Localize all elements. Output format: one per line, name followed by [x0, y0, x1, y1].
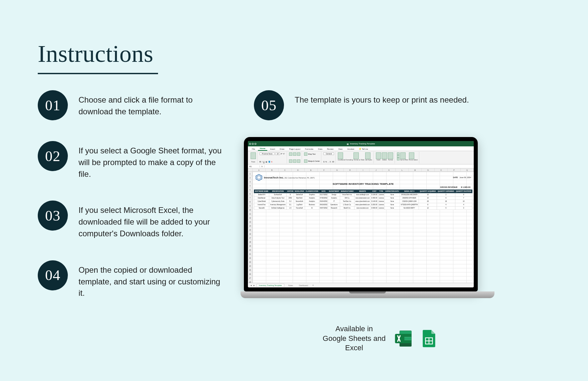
sheet-nav-icon[interactable]: ◂ — [251, 284, 252, 286]
table-cell[interactable]: Data Analytics Tool — [269, 197, 287, 200]
col-hdr[interactable]: B — [266, 168, 279, 171]
row-hdr[interactable]: 12 — [248, 216, 252, 220]
col-hdr[interactable]: E — [305, 168, 318, 171]
row-hdr[interactable]: 20 — [248, 248, 252, 252]
table-cell[interactable]: 7 — [455, 197, 472, 200]
table-cell[interactable]: $ 599.00 — [371, 207, 378, 210]
table-cell[interactable]: www.datamaster.com — [354, 197, 371, 200]
tab-data[interactable]: Data — [316, 147, 324, 151]
table-cell[interactable]: Analytics — [305, 200, 319, 203]
sheet-tab-active[interactable]: Inventory Tracking Template — [257, 284, 284, 287]
table-cell[interactable]: License — [378, 200, 385, 203]
table-cell[interactable]: NeuralAI — [254, 207, 269, 210]
table-cell[interactable]: MedAI Inc. — [340, 207, 354, 210]
font-size-combo[interactable]: 10 — [275, 152, 280, 155]
row-hdr[interactable]: 26 — [248, 272, 252, 276]
col-hdr[interactable]: J — [370, 168, 383, 171]
table-cell[interactable]: Design — [328, 193, 340, 197]
format-as-table-icon[interactable] — [353, 152, 359, 159]
table-cell[interactable]: 3 — [455, 207, 472, 210]
row-hdr[interactable]: 11 — [248, 212, 252, 216]
table-cell[interactable]: AI — [305, 207, 319, 210]
decrease-font-icon[interactable]: A˅ — [283, 153, 285, 155]
row-hdr[interactable]: 23 — [248, 260, 252, 264]
table-cell[interactable]: 04/07/2052 — [319, 207, 328, 210]
col-hdr[interactable]: N — [422, 168, 435, 171]
table-cell[interactable]: Graphics — [305, 193, 319, 197]
row-hdr[interactable]: 21 — [248, 252, 252, 256]
table-cell[interactable]: DM Co. — [340, 197, 354, 200]
table-cell[interactable]: Analytics — [305, 197, 319, 200]
table-cell[interactable]: 1.5 — [287, 207, 294, 210]
tab-draw[interactable]: Draw — [278, 147, 286, 151]
table-cell[interactable]: TechSec Inc. — [340, 200, 354, 203]
table-cell[interactable]: None — [385, 203, 400, 207]
table-cell[interactable]: www.neuralai.com — [354, 207, 371, 210]
table-cell[interactable]: 3.1 — [287, 203, 294, 207]
col-hdr[interactable]: F — [318, 168, 331, 171]
underline-button[interactable]: U — [263, 161, 265, 163]
merge-icon[interactable] — [304, 159, 307, 163]
bold-button[interactable]: B — [260, 161, 261, 163]
table-cell[interactable]: 12 — [419, 207, 437, 210]
table-cell[interactable]: NLAI2023-9087Y — [400, 207, 419, 210]
cell-styles-icon[interactable] — [365, 152, 371, 159]
table-cell[interactable]: 15 — [419, 197, 437, 200]
align-icon[interactable] — [289, 152, 292, 156]
col-hdr[interactable]: A — [253, 168, 266, 171]
row-hdr[interactable]: 19 — [248, 244, 252, 248]
table-cell[interactable]: 2053 — [287, 197, 294, 200]
row-hdr[interactable]: 10 — [248, 208, 252, 212]
table-cell[interactable]: ByteTech — [294, 197, 305, 200]
align-icon[interactable] — [297, 152, 300, 156]
table-cell[interactable]: License — [378, 193, 385, 197]
font-name-combo[interactable]: Proxima Nova — [260, 152, 275, 155]
table-cell[interactable]: 07/30/2052 — [319, 197, 328, 200]
table-cell[interactable]: $ 499.00 — [371, 197, 378, 200]
col-hdr[interactable]: O — [435, 168, 448, 171]
table-cell[interactable]: Inventory Management — [269, 203, 287, 207]
conditional-formatting-icon[interactable] — [338, 152, 343, 159]
tab-file[interactable]: File — [250, 147, 257, 151]
table-cell[interactable]: DM2053-GFHX3825 — [400, 197, 419, 200]
tab-formulas[interactable]: Formulas — [303, 147, 315, 151]
table-cell[interactable]: $ 149.00 — [371, 200, 378, 203]
table-cell[interactable]: 4 — [455, 203, 472, 207]
grid[interactable]: InnovaTech Inc. 261 Columbia Ave Palmert… — [253, 172, 474, 283]
col-hdr[interactable]: P — [448, 168, 461, 171]
number-format-combo[interactable]: General — [323, 152, 334, 155]
row-hdr[interactable]: 8 — [248, 200, 252, 204]
percent-icon[interactable]: % — [325, 161, 327, 163]
row-hdr[interactable]: 13 — [248, 220, 252, 224]
table-cell[interactable]: Cybersecurity Suite — [269, 200, 287, 203]
table-cell[interactable]: Business — [305, 203, 319, 207]
table-cell[interactable]: SecureSoft — [294, 200, 305, 203]
table-cell[interactable]: CS2023-QWER-1234 — [400, 200, 419, 203]
table-cell[interactable]: 2 — [437, 193, 455, 197]
table-cell[interactable]: Artificial Intelligence — [269, 207, 287, 210]
paste-icon[interactable] — [251, 152, 256, 159]
row-hdr[interactable]: 5 — [248, 188, 252, 192]
row-hdr[interactable]: 27 — [248, 276, 252, 280]
tab-view[interactable]: View — [336, 147, 344, 151]
row-hdr[interactable]: 14 — [248, 224, 252, 228]
row-hdr[interactable]: 4 — [248, 184, 252, 188]
table-cell[interactable]: IVT2023-0479-QWERTW — [400, 203, 419, 207]
italic-button[interactable]: I — [262, 161, 262, 163]
autosum-icon[interactable] — [397, 152, 400, 155]
row-hdr[interactable]: 22 — [248, 256, 252, 260]
table-cell[interactable]: 5.2 — [287, 200, 294, 203]
increase-font-icon[interactable]: A^ — [281, 153, 283, 155]
wrap-icon[interactable] — [304, 152, 307, 156]
col-hdr[interactable]: Q — [461, 168, 474, 171]
table-cell[interactable]: License — [378, 207, 385, 210]
new-sheet-icon[interactable]: ＋ — [312, 284, 314, 286]
format-cells-icon[interactable] — [388, 152, 393, 159]
table-cell[interactable]: DataMaster — [254, 197, 269, 200]
col-hdr[interactable]: L — [396, 168, 409, 171]
row-hdr[interactable]: 17 — [248, 236, 252, 240]
row-hdr[interactable]: 28 — [248, 280, 252, 283]
table-cell[interactable]: www.cybershield.com — [354, 203, 371, 207]
table-cell[interactable]: None — [385, 200, 400, 203]
row-hdr[interactable]: 24 — [248, 264, 252, 268]
